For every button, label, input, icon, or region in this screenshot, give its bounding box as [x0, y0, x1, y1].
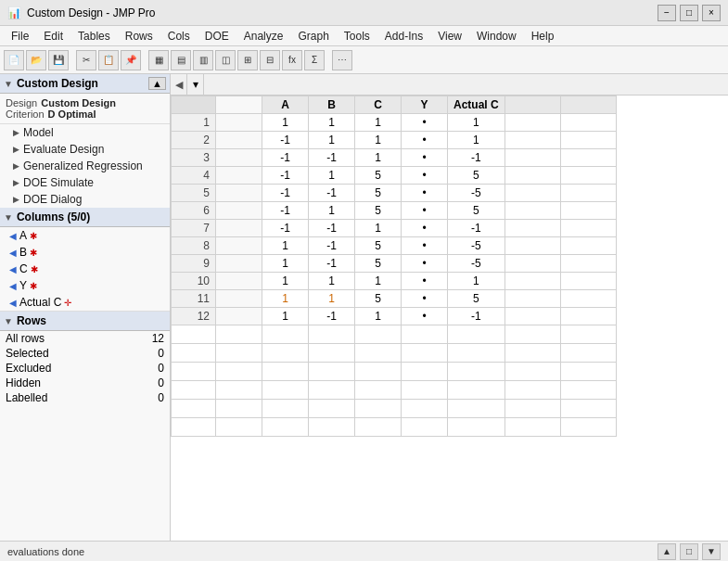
- toolbar-btn3[interactable]: ▥: [193, 50, 213, 70]
- cell-actual-c[interactable]: 5: [448, 167, 505, 185]
- toolbar-new[interactable]: 📄: [4, 50, 24, 70]
- cell-y[interactable]: •: [402, 202, 448, 220]
- cell-y[interactable]: •: [402, 185, 448, 202]
- cell-c[interactable]: 5: [355, 185, 402, 202]
- columns-header[interactable]: ▼ Columns (5/0): [0, 208, 170, 227]
- cell-actual-c[interactable]: -1: [448, 220, 505, 237]
- toolbar-btn4[interactable]: ◫: [215, 50, 236, 70]
- toolbar-open[interactable]: 📂: [26, 50, 46, 70]
- menu-item-add-ins[interactable]: Add-Ins: [377, 28, 430, 45]
- cell-c[interactable]: 5: [355, 290, 402, 308]
- cell-a[interactable]: -1: [262, 167, 309, 185]
- nav-left[interactable]: ◀: [171, 74, 187, 95]
- col-header-A[interactable]: A: [262, 96, 309, 114]
- cell-c[interactable]: 1: [355, 220, 402, 237]
- cell-b[interactable]: 1: [309, 290, 355, 308]
- cell-a[interactable]: -1: [262, 149, 309, 167]
- cell-y[interactable]: •: [402, 167, 448, 185]
- maximize-button[interactable]: □: [680, 5, 698, 21]
- menu-item-file[interactable]: File: [4, 28, 36, 45]
- close-button[interactable]: ×: [702, 5, 721, 21]
- column-item-b[interactable]: ◀B✱: [0, 244, 170, 261]
- menu-item-help[interactable]: Help: [524, 28, 562, 45]
- cell-b[interactable]: 1: [309, 202, 355, 220]
- cell-a[interactable]: 1: [262, 237, 309, 255]
- col-header-B[interactable]: B: [309, 96, 355, 114]
- cell-y[interactable]: •: [402, 132, 448, 149]
- cell-actual-c[interactable]: -5: [448, 255, 505, 273]
- cell-c[interactable]: 1: [355, 308, 402, 325]
- cell-actual-c[interactable]: -1: [448, 308, 505, 325]
- cell-c[interactable]: 1: [355, 114, 402, 132]
- statusbar-btn3[interactable]: ▼: [702, 543, 721, 560]
- cell-a[interactable]: 1: [262, 308, 309, 325]
- cell-a[interactable]: 1: [262, 114, 309, 132]
- cell-a[interactable]: -1: [262, 132, 309, 149]
- col-header-actual-c[interactable]: Actual C: [448, 96, 505, 114]
- toolbar-save[interactable]: 💾: [48, 50, 69, 70]
- cell-a[interactable]: 1: [262, 255, 309, 273]
- toolbar-btn2[interactable]: ▤: [171, 50, 191, 70]
- nav-dropdown[interactable]: ▾: [187, 74, 204, 95]
- cell-y[interactable]: •: [402, 237, 448, 255]
- cell-c[interactable]: 1: [355, 132, 402, 149]
- spreadsheet-scroll[interactable]: A B C Y Actual C 1111•12-111•13-1-11•-14…: [171, 96, 728, 541]
- column-item-a[interactable]: ◀A✱: [0, 227, 170, 244]
- statusbar-btn2[interactable]: □: [680, 543, 698, 560]
- toolbar-btn5[interactable]: ⊞: [237, 50, 258, 70]
- menu-item-edit[interactable]: Edit: [36, 28, 70, 45]
- cell-c[interactable]: 5: [355, 255, 402, 273]
- menu-item-analyze[interactable]: Analyze: [236, 28, 291, 45]
- sidebar-item-model[interactable]: ▶Model: [0, 124, 170, 141]
- menu-item-window[interactable]: Window: [469, 28, 524, 45]
- minimize-button[interactable]: −: [658, 5, 676, 21]
- cell-c[interactable]: 5: [355, 237, 402, 255]
- cell-b[interactable]: 1: [309, 132, 355, 149]
- cell-a[interactable]: 1: [262, 273, 309, 290]
- cell-b[interactable]: -1: [309, 220, 355, 237]
- cell-y[interactable]: •: [402, 255, 448, 273]
- cell-actual-c[interactable]: -1: [448, 149, 505, 167]
- cell-y[interactable]: •: [402, 220, 448, 237]
- cell-actual-c[interactable]: -5: [448, 237, 505, 255]
- cell-b[interactable]: 1: [309, 273, 355, 290]
- menu-item-tools[interactable]: Tools: [337, 28, 377, 45]
- toolbar-btn6[interactable]: ⊟: [260, 50, 280, 70]
- cell-actual-c[interactable]: 1: [448, 114, 505, 132]
- toolbar-btn1[interactable]: ▦: [148, 50, 169, 70]
- cell-c[interactable]: 1: [355, 149, 402, 167]
- cell-actual-c[interactable]: 1: [448, 273, 505, 290]
- menu-item-view[interactable]: View: [430, 28, 469, 45]
- menu-item-graph[interactable]: Graph: [290, 28, 336, 45]
- cell-b[interactable]: -1: [309, 255, 355, 273]
- cell-actual-c[interactable]: 1: [448, 132, 505, 149]
- cell-y[interactable]: •: [402, 290, 448, 308]
- cell-b[interactable]: -1: [309, 149, 355, 167]
- menu-item-tables[interactable]: Tables: [70, 28, 118, 45]
- toolbar-btn7[interactable]: fx: [282, 50, 302, 70]
- statusbar-btn1[interactable]: ▲: [658, 543, 676, 560]
- cell-y[interactable]: •: [402, 114, 448, 132]
- sidebar-item-doe-simulate[interactable]: ▶DOE Simulate: [0, 174, 170, 191]
- column-item-actual-c[interactable]: ◀Actual C✛: [0, 294, 170, 311]
- column-item-y[interactable]: ◀Y✱: [0, 277, 170, 294]
- sidebar-item-evaluate-design[interactable]: ▶Evaluate Design: [0, 141, 170, 158]
- toolbar-paste[interactable]: 📌: [121, 50, 141, 70]
- cell-b[interactable]: -1: [309, 308, 355, 325]
- cell-actual-c[interactable]: 5: [448, 202, 505, 220]
- cell-c[interactable]: 1: [355, 273, 402, 290]
- sidebar-item-generalized-regression[interactable]: ▶Generalized Regression: [0, 158, 170, 174]
- cell-b[interactable]: -1: [309, 185, 355, 202]
- cell-y[interactable]: •: [402, 273, 448, 290]
- toolbar-btn9[interactable]: ⋯: [332, 50, 352, 70]
- cell-a[interactable]: -1: [262, 220, 309, 237]
- toolbar-btn8[interactable]: Σ: [304, 50, 325, 70]
- menu-item-rows[interactable]: Rows: [118, 28, 160, 45]
- cell-b[interactable]: -1: [309, 237, 355, 255]
- cell-b[interactable]: 1: [309, 114, 355, 132]
- custom-design-header[interactable]: ▼ Custom Design ▲: [0, 74, 170, 94]
- toolbar-copy[interactable]: 📋: [98, 50, 119, 70]
- cell-a[interactable]: 1: [262, 290, 309, 308]
- cell-b[interactable]: 1: [309, 167, 355, 185]
- panel-expand-btn[interactable]: ▲: [148, 77, 166, 90]
